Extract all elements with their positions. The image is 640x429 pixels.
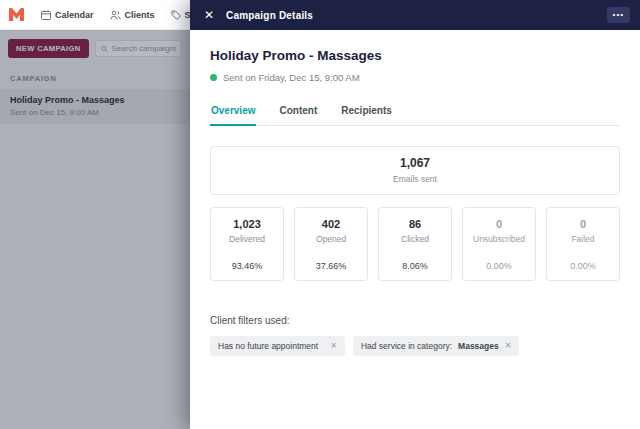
chip-text: Had service in category: (361, 341, 452, 351)
client-filters-label: Client filters used: (210, 315, 620, 326)
nav-item-label: Clients (125, 10, 155, 20)
stat-value: 0 (465, 218, 533, 230)
stat-label: Failed (549, 234, 617, 244)
nav-item-clients[interactable]: Clients (110, 10, 155, 20)
stat-label: Opened (297, 234, 365, 244)
emails-sent-label: Emails sent (211, 174, 619, 184)
campaign-title: Holiday Promo - Massages (210, 48, 620, 63)
stat-card-delivered: 1,023 Delivered 93.46% (210, 207, 284, 281)
tag-icon (171, 10, 181, 20)
sent-status-dot (210, 74, 217, 81)
panel-body: Holiday Promo - Massages Sent on Friday,… (190, 30, 640, 356)
more-options-button[interactable]: ••• (607, 7, 630, 23)
tab-recipients[interactable]: Recipients (340, 105, 393, 126)
stat-value: 86 (381, 218, 449, 230)
app-logo[interactable] (8, 7, 25, 22)
stat-percent: 8.06% (381, 261, 449, 271)
stat-percent: 0.00% (465, 261, 533, 271)
stat-label: Unsubscribed (465, 234, 533, 244)
tab-content[interactable]: Content (278, 105, 318, 126)
stat-card-opened: 402 Opened 37.66% (294, 207, 368, 281)
sent-status-text: Sent on Friday, Dec 15, 9:00 AM (223, 72, 360, 83)
overlay-scrim[interactable] (0, 30, 190, 429)
nav-item-calendar[interactable]: Calendar (41, 10, 94, 20)
calendar-icon (41, 10, 51, 20)
nav-item-label: Calendar (55, 10, 94, 20)
emails-sent-value: 1,067 (211, 156, 619, 170)
close-icon[interactable]: ✕ (200, 6, 218, 24)
tab-bar: Overview Content Recipients (210, 105, 620, 126)
clients-icon (110, 10, 121, 20)
emails-sent-card: 1,067 Emails sent (210, 146, 620, 195)
campaign-details-panel: ✕ Campaign Details ••• Holiday Promo - M… (190, 0, 640, 429)
chip-text: Has no future appointment (218, 341, 318, 351)
stat-value: 402 (297, 218, 365, 230)
stat-label: Clicked (381, 234, 449, 244)
tab-overview[interactable]: Overview (210, 105, 256, 126)
stat-percent: 0.00% (549, 261, 617, 271)
stat-label: Delivered (213, 234, 281, 244)
stat-percent: 93.46% (213, 261, 281, 271)
filter-chip-no-future-appointment: Has no future appointment ✕ (210, 336, 345, 356)
stat-value: 1,023 (213, 218, 281, 230)
status-row: Sent on Friday, Dec 15, 9:00 AM (210, 72, 620, 83)
chip-remove-icon[interactable]: ✕ (505, 342, 512, 350)
stat-card-clicked: 86 Clicked 8.06% (378, 207, 452, 281)
panel-header: ✕ Campaign Details ••• (190, 0, 640, 30)
stat-card-failed: 0 Failed 0.00% (546, 207, 620, 281)
chip-remove-icon[interactable]: ✕ (330, 342, 337, 350)
panel-title: Campaign Details (226, 10, 607, 21)
app-screen: Calendar Clients Sales NEW CAMPAIGN (0, 0, 640, 429)
filter-chip-service-category: Had service in category: Massages ✕ (353, 336, 520, 356)
stats-row: 1,023 Delivered 93.46% 402 Opened 37.66%… (210, 207, 620, 281)
stat-card-unsubscribed: 0 Unsubscribed 0.00% (462, 207, 536, 281)
chip-bold-text: Massages (458, 341, 499, 351)
stat-percent: 37.66% (297, 261, 365, 271)
stat-value: 0 (549, 218, 617, 230)
filter-chips: Has no future appointment ✕ Had service … (210, 336, 620, 356)
